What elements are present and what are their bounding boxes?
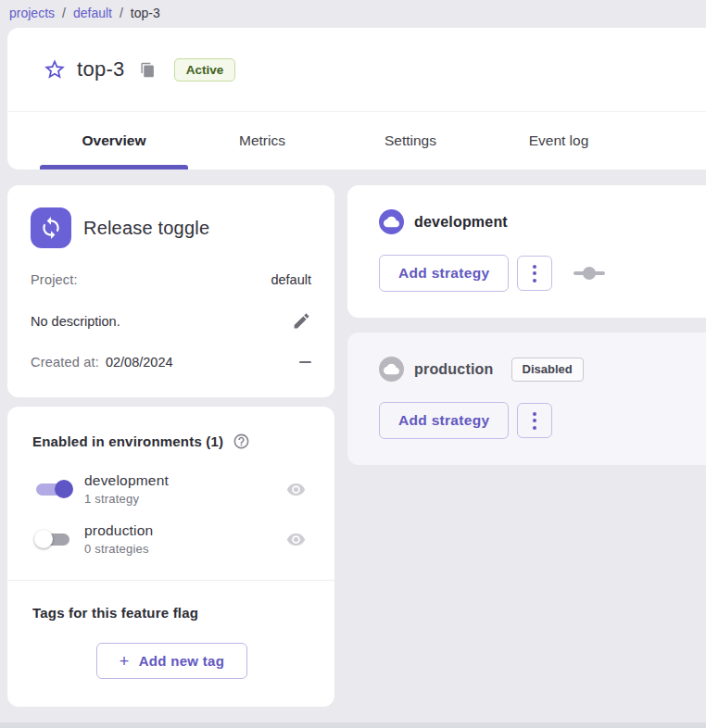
- environments-card: Enabled in environments (1) development …: [7, 407, 334, 707]
- feature-title-row: top-3 Active: [7, 28, 706, 111]
- add-strategy-button[interactable]: Add strategy: [379, 255, 509, 292]
- environment-card-production: production Disabled Add strategy: [347, 333, 706, 465]
- feature-tabs: Overview Metrics Settings Event log: [7, 111, 706, 169]
- breadcrumb-current: top-3: [131, 6, 160, 20]
- feature-header-card: top-3 Active Overview Metrics Settings E…: [7, 28, 706, 169]
- environment-actions: Add strategy: [379, 402, 706, 439]
- cloud-icon: [379, 357, 404, 382]
- enabled-environments-title: Enabled in environments (1): [32, 433, 223, 449]
- environment-strategy-count: 0 strategies: [84, 542, 286, 556]
- environment-card-name: production: [414, 361, 494, 378]
- environment-menu-button[interactable]: [517, 403, 552, 438]
- description-text: No description.: [31, 314, 120, 329]
- environment-texts: production 0 strategies: [84, 522, 286, 556]
- edit-description-icon[interactable]: [292, 311, 311, 331]
- project-label: Project:: [31, 272, 78, 287]
- add-strategy-button[interactable]: Add strategy: [379, 402, 509, 439]
- breadcrumb-link-default[interactable]: default: [73, 6, 112, 20]
- collapse-details-icon[interactable]: [299, 361, 311, 364]
- environment-card-header: production Disabled: [379, 357, 706, 382]
- environments-panel: development Add strategy production Disa…: [347, 185, 706, 465]
- page-title: top-3: [77, 57, 125, 82]
- development-toggle[interactable]: [32, 478, 75, 500]
- release-toggle-icon: [31, 207, 71, 248]
- enabled-environments-header: Enabled in environments (1): [32, 433, 311, 450]
- visibility-eye-icon[interactable]: [286, 480, 306, 499]
- add-new-tag-button[interactable]: + Add new tag: [96, 643, 247, 679]
- production-toggle[interactable]: [32, 528, 75, 550]
- flag-type-label: Release toggle: [83, 218, 209, 239]
- disabled-badge: Disabled: [511, 358, 584, 382]
- created-value: 02/08/2024: [106, 355, 173, 370]
- help-icon[interactable]: [233, 433, 250, 450]
- tags-section: Tags for this feature flag + Add new tag: [7, 581, 334, 707]
- environment-strategy-count: 1 strategy: [84, 492, 286, 506]
- project-value: default: [271, 272, 311, 287]
- created-label: Created at:: [31, 355, 99, 370]
- cloud-icon: [379, 209, 404, 234]
- project-row: Project: default: [31, 272, 311, 287]
- description-row: No description.: [31, 311, 311, 331]
- environment-card-development: development Add strategy: [347, 185, 706, 318]
- favorite-star-icon[interactable]: [43, 57, 67, 82]
- environment-texts: development 1 strategy: [84, 472, 286, 506]
- enabled-environments-section: Enabled in environments (1) development …: [7, 407, 334, 580]
- environment-name: production: [84, 522, 286, 539]
- overview-left-column: Release toggle Project: default No descr…: [7, 185, 334, 707]
- visibility-eye-icon[interactable]: [286, 530, 306, 549]
- tab-event-log[interactable]: Event log: [485, 112, 633, 169]
- breadcrumb: projects / default / top-3: [0, 0, 706, 20]
- tab-settings-label: Settings: [385, 132, 436, 149]
- flag-type-card: Release toggle Project: default No descr…: [7, 185, 334, 397]
- environment-menu-button[interactable]: [517, 256, 552, 291]
- status-badge: Active: [174, 58, 236, 82]
- copy-name-icon[interactable]: [140, 61, 156, 79]
- tab-metrics-label: Metrics: [239, 132, 285, 149]
- strategy-connector-icon: [574, 266, 605, 281]
- tab-event-log-label: Event log: [529, 132, 589, 149]
- bottom-edge-divider: [0, 722, 706, 728]
- flag-type-header: Release toggle: [31, 207, 311, 248]
- active-tab-indicator: [40, 165, 188, 169]
- tab-metrics[interactable]: Metrics: [188, 112, 336, 169]
- environment-card-name: development: [414, 214, 508, 231]
- tab-overview-label: Overview: [82, 132, 146, 149]
- created-row: Created at: 02/08/2024: [31, 355, 311, 370]
- breadcrumb-separator: /: [120, 6, 123, 20]
- breadcrumb-link-projects[interactable]: projects: [9, 6, 55, 20]
- environment-actions: Add strategy: [379, 255, 706, 292]
- tab-overview[interactable]: Overview: [40, 112, 188, 169]
- plus-icon: +: [120, 655, 130, 668]
- environment-card-header: development: [379, 209, 706, 234]
- add-new-tag-label: Add new tag: [139, 653, 224, 669]
- tab-settings[interactable]: Settings: [336, 112, 485, 169]
- tags-title: Tags for this feature flag: [32, 605, 311, 621]
- environment-name: development: [84, 472, 286, 489]
- overview-content: Release toggle Project: default No descr…: [0, 185, 706, 707]
- breadcrumb-separator: /: [62, 6, 66, 20]
- environment-row-development: development 1 strategy: [32, 472, 311, 506]
- environment-row-production: production 0 strategies: [32, 522, 311, 556]
